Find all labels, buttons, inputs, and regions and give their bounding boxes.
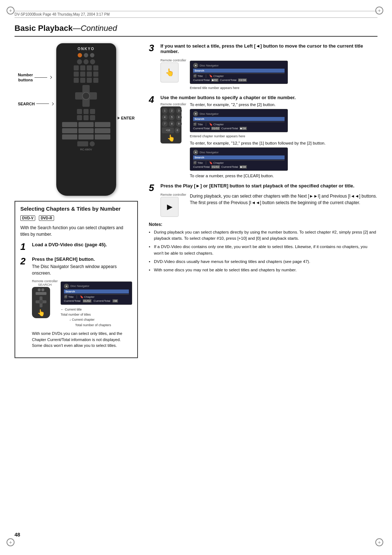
step-3: 3 If you want to select a title, press t…: [149, 43, 377, 90]
screen4a-title: Disc Navigator: [200, 112, 219, 116]
screen4b-ct: Current/Total: [193, 165, 210, 169]
corner-mark-tl: [7, 7, 17, 17]
step-4: 4 Use the number buttons to specify a ch…: [149, 95, 377, 178]
callout-area: ← Current title Total number of titles ↓…: [61, 307, 132, 328]
corner-mark-br: [375, 538, 385, 548]
remote-controller-label-3: Remote controller: [160, 58, 186, 62]
remote-controller-label-2: Remote controllerSEARCH: [32, 279, 58, 287]
dvd-r-icon: DVD-R: [39, 215, 54, 221]
screen3-chapter-val: 03/38: [238, 78, 247, 82]
callout-current-title: ← Current title: [61, 307, 132, 312]
screen3-search: Search: [193, 69, 285, 73]
screen4a-ct: Current/Total: [193, 127, 210, 130]
screen4a-ct2: Current/Total: [221, 127, 238, 130]
screen4a-chapter-col: Chapter: [213, 123, 224, 126]
page-title: Basic Playback—Continued: [15, 24, 377, 37]
remote-brand: ONKYO: [59, 47, 113, 51]
section-intro: With the Search function you can select …: [20, 224, 132, 238]
screen4a-chapter-val: ■/38: [240, 127, 247, 130]
screen3-title: Disc Navigator: [200, 64, 219, 67]
notes-list: During playback you can select chapters …: [149, 229, 377, 274]
screen2-title: Disc Navigator: [70, 284, 89, 288]
note-item-4: With some discs you may not be able to s…: [149, 267, 377, 273]
left-column: Numberbuttons SEARCH: [15, 43, 138, 363]
step-1-number: 1: [20, 242, 28, 251]
header-meta: DV-SP1000Book Page 48 Thursday,May 27, 2…: [15, 12, 110, 16]
screen4a-title-col: Title: [197, 123, 203, 126]
note-item-2: If a DVD-Video disc contains only one ti…: [149, 244, 377, 256]
screen4b-chapter-col: Chapter: [213, 161, 224, 165]
remote-hand-5: ▶: [160, 197, 179, 217]
screen2-chapter-col: Chapter: [84, 295, 94, 299]
numpad-visual: 123 456 789 +10 0 👆: [160, 106, 181, 143]
screen3-ct-label2: Current/Total: [220, 78, 237, 82]
step-1-title: Load a DVD-Video disc (page 45).: [32, 242, 132, 247]
step-2-number: 2: [20, 256, 28, 349]
notes-section: Notes: During playback you can select ch…: [149, 222, 377, 274]
remote-hand-3: 👆: [160, 62, 179, 82]
screen3-ct-label: Current/Total: [193, 78, 210, 82]
number-buttons-label: Numberbuttons: [18, 72, 53, 83]
note-item-1: During playback you can select chapters …: [149, 229, 377, 242]
screen3-title-val: ■/02: [211, 78, 219, 82]
search-label: SEARCH: [18, 102, 53, 106]
callout-total-titles: Total number of titles: [61, 312, 132, 317]
remote-body: ONKYO: [56, 43, 116, 196]
step4-callout1: Entered chapter number appears here: [190, 134, 377, 138]
screen2-search: Search: [64, 289, 129, 293]
screen4b-ct2: Current/Total: [221, 165, 238, 169]
header-bar: DV-SP1000Book Page 48 Thursday,May 27, 2…: [15, 11, 377, 18]
step-4-desc1: To enter, for example, "2," press the [2…: [190, 102, 377, 107]
page-container: DV-SP1000Book Page 48 Thursday,May 27, 2…: [0, 0, 392, 555]
remote-controller-label-5: Remote controller: [160, 193, 186, 197]
main-columns: Numberbuttons SEARCH: [15, 43, 377, 363]
callout-total-chapters: Total number of chapters: [61, 323, 132, 328]
step-5-number: 5: [149, 183, 157, 217]
step-4-desc2: To enter, for example, "12," press the […: [190, 141, 377, 145]
right-column: 3 If you want to select a title, press t…: [149, 43, 377, 363]
screen4a-title-val: 01/02: [211, 127, 220, 130]
note-item-3: DVD-Video discs usually have menus for s…: [149, 259, 377, 265]
step-3-title: If you want to select a title, press the…: [160, 43, 377, 54]
step-2-note: With some DVDs you can select only title…: [32, 331, 132, 349]
screen4b-title-val: 01/02: [211, 165, 220, 169]
remote-controller-label-4: Remote controller: [160, 102, 186, 106]
screen-mockup-4b: ● Disc Navigator Search 🎬Title 🔖Chapter: [190, 147, 288, 171]
screen2-chapter-val: /38: [113, 299, 118, 303]
step3-callout: Entered title number appears here: [190, 86, 377, 90]
remote-illustration: Numberbuttons SEARCH: [15, 43, 138, 196]
screen-mockup-3: ● Disc Navigator Search 🎬Title: [190, 61, 288, 84]
enter-label: ENTER: [118, 116, 135, 120]
section-box: Selecting Chapters & Titles by Number DV…: [15, 201, 138, 358]
mini-remote-2: 👆: [32, 287, 50, 318]
step-4-title: Use the number buttons to specify a chap…: [160, 95, 377, 100]
step-2-desc: The Disc Navigator Search window appears…: [32, 263, 132, 276]
step-4-number: 4: [149, 95, 157, 178]
screen-mockup-2: ● Disc Navigator Search 🎬 Title: [61, 281, 132, 305]
dvd-v-icon: DVD-V: [20, 215, 35, 221]
screen2-title-col: Title: [68, 295, 74, 299]
step-5-desc: During playback, you can select other ch…: [190, 193, 377, 206]
screen4b-title-col: Title: [197, 161, 203, 165]
disc-format-icons: DVD-V DVD-R: [20, 215, 132, 221]
screen4b-search: Search: [193, 155, 285, 159]
screen2-ct-label2: Current/Total: [94, 299, 110, 303]
step-5: 5 Press the Play [►] or [ENTER] button t…: [149, 183, 377, 217]
step-5-title: Press the Play [►] or [ENTER] button to …: [160, 183, 377, 189]
step-3-number: 3: [149, 43, 157, 90]
callout-current-chapter: ↓ Current chapter: [61, 317, 132, 322]
step-4-desc3: To clear a number, press the [CLEAR] but…: [190, 174, 377, 178]
screen2-title-val: 01/02: [83, 299, 91, 303]
screen3-title-col: Title: [197, 74, 203, 78]
step-2: 2 Press the [SEARCH] button. The Disc Na…: [20, 256, 132, 349]
section-title: Selecting Chapters & Titles by Number: [20, 205, 132, 212]
screen4b-chapter-val: ■/38: [240, 165, 247, 169]
notes-title: Notes:: [149, 222, 377, 227]
step-2-title: Press the [SEARCH] button.: [32, 256, 132, 262]
page-number: 48: [15, 532, 20, 538]
step-1: 1 Load a DVD-Video disc (page 45).: [20, 242, 132, 251]
screen4a-search: Search: [193, 117, 285, 121]
corner-mark-tr: [375, 7, 385, 17]
screen2-ct-label: Current/Total: [64, 299, 81, 303]
screen4b-title: Disc Navigator: [200, 151, 219, 154]
